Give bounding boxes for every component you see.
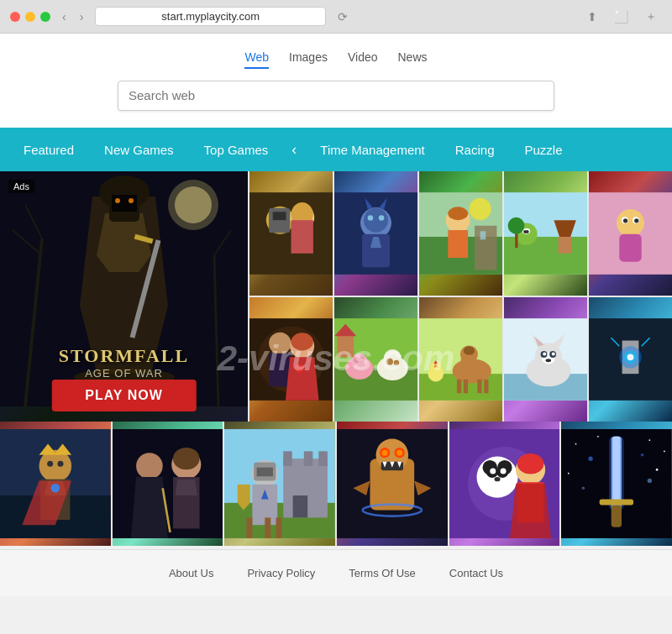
svg-point-104: [546, 359, 552, 362]
game-11-art: [0, 422, 111, 546]
game-tile-7[interactable]: [334, 297, 417, 422]
game-tile-4[interactable]: [504, 171, 587, 296]
svg-point-192: [641, 453, 644, 457]
game-tile-16[interactable]: [561, 422, 672, 546]
footer-contact[interactable]: Contact Us: [449, 567, 503, 579]
game-tile-15[interactable]: [449, 422, 560, 546]
game-tile-10[interactable]: [589, 297, 672, 422]
close-button[interactable]: [10, 12, 20, 22]
svg-point-77: [386, 359, 393, 365]
game-tile-2[interactable]: [334, 171, 417, 296]
svg-point-14: [129, 198, 134, 203]
svg-point-124: [57, 461, 63, 467]
play-now-button[interactable]: PLAY NOW: [51, 380, 196, 411]
game-15-art: [449, 422, 560, 546]
maximize-button[interactable]: [40, 12, 50, 22]
nav-racing[interactable]: Racing: [440, 128, 510, 171]
svg-point-194: [648, 479, 652, 483]
new-tab-button[interactable]: ＋: [640, 8, 662, 26]
svg-point-86: [464, 346, 475, 355]
svg-point-155: [382, 450, 388, 456]
game-tile-8[interactable]: [419, 297, 502, 422]
svg-point-58: [623, 218, 627, 223]
search-input[interactable]: [129, 88, 543, 102]
footer-about[interactable]: About Us: [169, 567, 213, 579]
tab-web[interactable]: Web: [244, 47, 269, 69]
svg-marker-9: [97, 213, 151, 272]
search-box[interactable]: [118, 81, 554, 111]
svg-rect-79: [337, 335, 354, 357]
svg-point-123: [47, 461, 53, 467]
svg-rect-148: [265, 517, 271, 538]
svg-point-179: [575, 443, 577, 445]
game-tile-1[interactable]: [249, 171, 333, 296]
game-10-art: [589, 297, 672, 422]
game-tile-9[interactable]: [504, 297, 587, 422]
svg-rect-147: [247, 517, 253, 538]
svg-point-13: [115, 198, 120, 203]
svg-marker-67: [286, 357, 319, 400]
svg-point-102: [543, 352, 546, 355]
address-bar[interactable]: start.myplaycity.com: [95, 7, 326, 26]
svg-point-130: [173, 448, 200, 469]
nav-top-games[interactable]: Top Games: [189, 128, 284, 171]
game-tile-3[interactable]: [419, 171, 502, 296]
svg-point-2: [175, 186, 212, 223]
share-button[interactable]: ⬆: [582, 8, 602, 25]
nav-new-games[interactable]: New Games: [89, 128, 189, 171]
tab-news[interactable]: News: [398, 47, 428, 69]
game-tile-12[interactable]: [113, 422, 223, 546]
svg-point-191: [589, 457, 593, 461]
footer-privacy[interactable]: Privacy Policy: [247, 567, 315, 579]
footer-terms[interactable]: Terms Of Use: [349, 567, 415, 579]
game-tile-13[interactable]: [224, 422, 335, 546]
tab-images[interactable]: Images: [289, 47, 328, 69]
game-1-art: [249, 171, 333, 296]
reload-button[interactable]: ⟳: [333, 8, 353, 25]
minimize-button[interactable]: [25, 12, 35, 22]
resize-button[interactable]: ⬜: [609, 8, 633, 25]
svg-point-40: [448, 207, 468, 220]
svg-point-29: [379, 215, 385, 221]
svg-point-193: [582, 487, 585, 490]
search-area: Web Images Video News: [0, 34, 672, 128]
svg-point-175: [517, 453, 543, 474]
tab-video[interactable]: Video: [348, 47, 378, 69]
nav-puzzle[interactable]: Puzzle: [509, 128, 577, 171]
game-7-art: [334, 297, 417, 422]
forward-button[interactable]: ›: [75, 8, 89, 25]
game-subtitle: AGE OF WAR: [0, 367, 248, 380]
game-tile-6[interactable]: [249, 297, 333, 422]
svg-point-66: [291, 333, 313, 350]
nav-time-management[interactable]: Time Management: [305, 128, 440, 171]
svg-rect-140: [293, 495, 308, 517]
svg-rect-139: [319, 451, 328, 466]
ads-badge: Ads: [8, 180, 34, 193]
svg-rect-87: [457, 380, 461, 394]
svg-rect-190: [612, 505, 622, 527]
svg-rect-39: [448, 230, 468, 258]
footer: About Us Privacy Policy Terms Of Use Con…: [0, 549, 672, 596]
game-tile-14[interactable]: [337, 422, 448, 546]
nav-featured[interactable]: Featured: [8, 128, 89, 171]
svg-rect-88: [464, 380, 468, 394]
game-14-art: [337, 422, 448, 546]
nav-prev-arrow[interactable]: ‹: [283, 128, 305, 171]
game-tile-5[interactable]: [589, 171, 672, 296]
game-tile-11[interactable]: [0, 422, 111, 546]
svg-point-156: [396, 450, 402, 456]
game-5-art: [589, 171, 672, 296]
svg-point-73: [354, 357, 360, 363]
svg-point-173: [494, 477, 500, 481]
svg-rect-41: [475, 226, 496, 270]
svg-marker-177: [510, 484, 551, 538]
svg-point-74: [360, 357, 365, 363]
svg-point-28: [368, 215, 374, 221]
svg-point-55: [617, 209, 644, 237]
back-button[interactable]: ‹: [57, 8, 71, 25]
featured-game[interactable]: Ads STORMFALL AGE OF WAR PLAY NOW: [0, 171, 248, 422]
svg-point-172: [500, 469, 506, 474]
svg-point-112: [627, 354, 634, 360]
games-container: 2-viruses.com: [0, 171, 672, 546]
svg-point-27: [364, 208, 388, 233]
